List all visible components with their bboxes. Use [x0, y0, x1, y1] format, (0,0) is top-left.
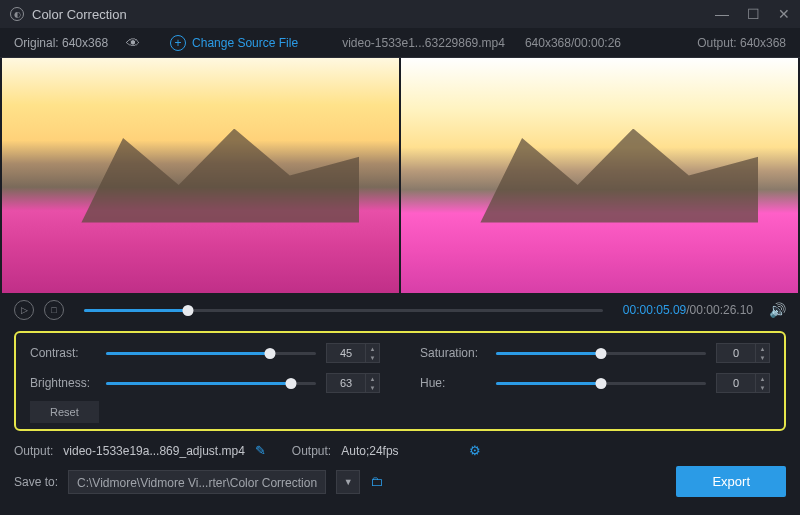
open-folder-icon[interactable]: 🗀	[370, 474, 383, 489]
hue-control: Hue: 0▲▼	[420, 373, 770, 393]
volume-icon[interactable]: 🔊	[769, 302, 786, 318]
export-button[interactable]: Export	[676, 466, 786, 497]
saturation-slider[interactable]	[496, 352, 706, 355]
spin-up-icon[interactable]: ▲	[756, 374, 769, 383]
plus-circle-icon: +	[170, 35, 186, 51]
spin-down-icon[interactable]: ▼	[756, 353, 769, 362]
brightness-slider[interactable]	[106, 382, 316, 385]
saturation-control: Saturation: 0▲▼	[420, 343, 770, 363]
transport-bar: ▷ □ 00:00:05.09/00:00:26.10 🔊	[0, 293, 800, 327]
eye-icon[interactable]: 👁	[126, 35, 140, 51]
spin-down-icon[interactable]: ▼	[756, 383, 769, 392]
output-format-label: Output:	[292, 444, 331, 458]
color-controls-panel: Contrast: 45▲▼ Saturation: 0▲▼ Brightnes…	[14, 331, 786, 431]
hue-label: Hue:	[420, 376, 486, 390]
contrast-slider[interactable]	[106, 352, 316, 355]
titlebar: ◐ Color Correction — ☐ ✕	[0, 0, 800, 28]
spin-up-icon[interactable]: ▲	[756, 344, 769, 353]
spin-up-icon[interactable]: ▲	[366, 374, 379, 383]
source-meta: 640x368/00:00:26	[525, 36, 621, 50]
timeline-slider[interactable]	[84, 309, 603, 312]
output-filename-label: Output:	[14, 444, 53, 458]
edit-filename-icon[interactable]: ✎	[255, 443, 266, 458]
contrast-control: Contrast: 45▲▼	[30, 343, 380, 363]
save-path-input[interactable]: C:\Vidmore\Vidmore Vi...rter\Color Corre…	[68, 470, 326, 494]
source-filename: video-1533e1...63229869.mp4	[342, 36, 505, 50]
close-button[interactable]: ✕	[778, 6, 790, 22]
window-title: Color Correction	[32, 7, 127, 22]
save-to-label: Save to:	[14, 475, 58, 489]
stop-button[interactable]: □	[44, 300, 64, 320]
contrast-label: Contrast:	[30, 346, 96, 360]
time-current: 00:00:05.09	[623, 303, 686, 317]
play-button[interactable]: ▷	[14, 300, 34, 320]
output-format: Auto;24fps	[341, 444, 398, 458]
hue-slider[interactable]	[496, 382, 706, 385]
spin-down-icon[interactable]: ▼	[366, 353, 379, 362]
preview-output	[401, 58, 798, 293]
minimize-button[interactable]: —	[715, 6, 729, 22]
reset-button[interactable]: Reset	[30, 401, 99, 423]
path-dropdown-button[interactable]: ▼	[336, 470, 360, 494]
saturation-value-input[interactable]: 0▲▼	[716, 343, 770, 363]
app-logo-icon: ◐	[10, 7, 24, 21]
settings-icon[interactable]: ⚙	[469, 443, 481, 458]
hue-value-input[interactable]: 0▲▼	[716, 373, 770, 393]
contrast-value-input[interactable]: 45▲▼	[326, 343, 380, 363]
saturation-label: Saturation:	[420, 346, 486, 360]
original-dimensions-label: Original: 640x368	[14, 36, 108, 50]
maximize-button[interactable]: ☐	[747, 6, 760, 22]
save-row: Save to: C:\Vidmore\Vidmore Vi...rter\Co…	[0, 462, 800, 505]
brightness-control: Brightness: 63▲▼	[30, 373, 380, 393]
preview-row	[0, 58, 800, 293]
spin-up-icon[interactable]: ▲	[366, 344, 379, 353]
output-dimensions-label: Output: 640x368	[697, 36, 786, 50]
info-bar: Original: 640x368 👁 + Change Source File…	[0, 28, 800, 58]
change-source-label: Change Source File	[192, 36, 298, 50]
output-row: Output: video-1533e19a...869_adjust.mp4 …	[0, 439, 800, 462]
preview-original	[2, 58, 399, 293]
output-filename: video-1533e19a...869_adjust.mp4	[63, 444, 244, 458]
change-source-button[interactable]: + Change Source File	[170, 35, 298, 51]
brightness-label: Brightness:	[30, 376, 96, 390]
time-duration: /00:00:26.10	[686, 303, 753, 317]
brightness-value-input[interactable]: 63▲▼	[326, 373, 380, 393]
spin-down-icon[interactable]: ▼	[366, 383, 379, 392]
